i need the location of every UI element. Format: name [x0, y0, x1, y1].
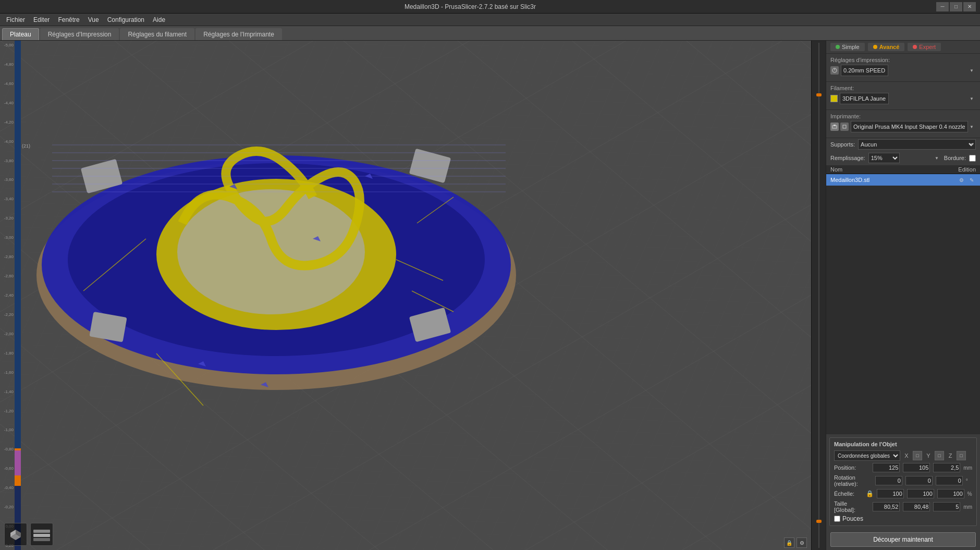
position-label: Position:: [834, 465, 869, 471]
col-edition-header: Edition: [934, 166, 976, 173]
size-row: Taille [Global]: mm: [834, 500, 972, 513]
printer-icon1: [830, 123, 839, 131]
scale-label: Échelle:: [834, 491, 863, 497]
printer-dropdown-wrap: Original Prusa MK4 Input Shaper 0.4 nozz…: [851, 121, 976, 132]
menu-fichier[interactable]: Fichier: [2, 15, 29, 25]
tab-reglages-impression[interactable]: Réglages d'Impression: [40, 28, 119, 40]
mode-simple-button[interactable]: Simple: [830, 43, 865, 51]
menu-fenetre[interactable]: Fenêtre: [54, 15, 83, 25]
printer-row: Original Prusa MK4 Input Shaper 0.4 nozz…: [830, 121, 976, 132]
layer-cursor: (21): [22, 143, 30, 149]
bordure-checkbox[interactable]: [969, 155, 976, 162]
printer-icon2: [840, 123, 849, 131]
svg-rect-33: [33, 534, 50, 537]
scale-z-input[interactable]: [937, 489, 964, 498]
menu-vue[interactable]: Vue: [84, 15, 103, 25]
pouces-checkbox[interactable]: [834, 516, 840, 522]
object-list-item-0[interactable]: Medaillon3D.stl ⚙ ✎: [826, 174, 980, 186]
minimize-button[interactable]: ─: [936, 2, 949, 11]
model-3d: [0, 41, 826, 550]
printer-dropdown[interactable]: Original Prusa MK4 Input Shaper 0.4 nozz…: [851, 121, 968, 132]
menu-editer[interactable]: Editer: [29, 15, 54, 25]
tab-reglages-imprimante[interactable]: Réglages de l'Imprimante: [195, 28, 282, 40]
size-z-input[interactable]: [933, 502, 960, 511]
pouces-label: Pouces: [842, 515, 863, 522]
layer-numbers: -5,00 -4,80 -4,60 -4,40 -4,20 -4,00 -3,8…: [0, 41, 15, 550]
size-y-input[interactable]: [903, 502, 930, 511]
print-settings-dropdown[interactable]: 0.20mm SPEED: [841, 65, 888, 76]
object-list-empty: [826, 186, 980, 434]
print-settings-label: Réglages d'impression:: [830, 57, 976, 63]
object-item-edit-button[interactable]: ✎: [967, 176, 976, 184]
position-z-input[interactable]: [933, 463, 960, 472]
decoupe-button[interactable]: Découper maintenant: [830, 532, 976, 547]
filament-color-swatch: [830, 95, 838, 102]
object-manipulation-section: Manipulation de l'Objet Coordonnées glob…: [829, 437, 977, 526]
coordinates-row: Coordonnées globales X □ Y □ Z □: [834, 450, 972, 461]
remplissage-dropdown-wrap: 15%: [868, 153, 941, 163]
settings-view-button[interactable]: ⚙: [797, 537, 807, 548]
remplissage-label: Remplissage:: [830, 155, 865, 161]
layer-slider[interactable]: [811, 41, 826, 550]
app-title: Medaillon3D - PrusaSlicer-2.7.2 basé sur…: [4, 3, 936, 10]
scale-y-input[interactable]: [907, 489, 934, 498]
position-row: Position: mm: [834, 463, 972, 472]
size-x-input[interactable]: [873, 502, 900, 511]
svg-rect-32: [33, 530, 50, 533]
tabbar: Plateau Réglages d'Impression Réglages d…: [0, 26, 980, 41]
menu-aide[interactable]: Aide: [149, 15, 169, 25]
layer-slider-thumb-bottom[interactable]: [816, 520, 822, 523]
x-axis-button[interactable]: □: [913, 451, 922, 460]
coord-system-select[interactable]: Coordonnées globales: [834, 450, 900, 461]
object-item-settings-button[interactable]: ⚙: [957, 176, 965, 184]
col-nom-header: Nom: [830, 166, 934, 173]
right-panel: Simple Avancé Expert Réglages d'impressi…: [826, 41, 980, 550]
rotation-x-input[interactable]: [875, 476, 902, 485]
position-unit: mm: [963, 465, 972, 471]
mode-avance-button[interactable]: Avancé: [868, 43, 905, 51]
tab-reglages-filament[interactable]: Réglages du filament: [120, 28, 194, 40]
viewport[interactable]: -5,00 -4,80 -4,60 -4,40 -4,20 -4,00 -3,8…: [0, 41, 826, 550]
mode-expert-button[interactable]: Expert: [908, 43, 941, 51]
supports-dropdown[interactable]: Aucun: [858, 139, 976, 150]
titlebar: Medaillon3D - PrusaSlicer-2.7.2 basé sur…: [0, 0, 980, 14]
lock-icon[interactable]: 🔒: [866, 490, 874, 497]
filament-section: Filament: 3DFILPLA Jaune: [826, 82, 980, 110]
object-item-icons: ⚙ ✎: [957, 176, 976, 184]
filament-label: Filament:: [830, 85, 976, 91]
x-axis-label: X: [902, 453, 911, 459]
close-button[interactable]: ✕: [963, 2, 976, 11]
object-list-header: Nom Edition: [826, 165, 980, 174]
layer-bar: [15, 41, 21, 550]
tab-plateau[interactable]: Plateau: [2, 28, 39, 40]
remplissage-dropdown[interactable]: 15%: [868, 153, 900, 163]
cube-icon: [8, 527, 23, 542]
filament-row: 3DFILPLA Jaune: [830, 93, 976, 104]
rotation-z-input[interactable]: [936, 476, 963, 485]
maximize-button[interactable]: □: [950, 2, 962, 11]
z-axis-button[interactable]: □: [957, 451, 966, 460]
z-axis-label: Z: [946, 453, 954, 459]
main-layout: -5,00 -4,80 -4,60 -4,40 -4,20 -4,00 -3,8…: [0, 41, 980, 550]
lock-view-button[interactable]: 🔒: [784, 537, 794, 548]
printer-section: Imprimante: Original Prusa MK4 Input Sha…: [826, 110, 980, 138]
filament-dropdown[interactable]: 3DFILPLA Jaune: [840, 93, 889, 104]
layer-bar-pink: [15, 450, 21, 476]
viewport-bottom-left: [4, 523, 53, 546]
y-axis-button[interactable]: □: [935, 451, 944, 460]
layer-slider-thumb-top[interactable]: [816, 93, 822, 96]
supports-dropdown-wrap: Aucun: [858, 139, 976, 150]
3d-view-cube[interactable]: [4, 523, 27, 546]
layer-slider-track[interactable]: [818, 43, 819, 548]
menu-configuration[interactable]: Configuration: [103, 15, 149, 25]
position-y-input[interactable]: [903, 463, 930, 472]
scale-x-input[interactable]: [877, 489, 904, 498]
rotation-y-input[interactable]: [905, 476, 933, 485]
size-label: Taille [Global]:: [834, 500, 869, 513]
position-x-input[interactable]: [873, 463, 900, 472]
print-settings-dropdown-wrap: 0.20mm SPEED: [841, 65, 976, 76]
layers-view-icon[interactable]: [30, 523, 53, 546]
layer-bar-orange: [15, 448, 21, 450]
svg-rect-34: [33, 538, 50, 541]
object-item-name: Medaillon3D.stl: [830, 177, 957, 183]
